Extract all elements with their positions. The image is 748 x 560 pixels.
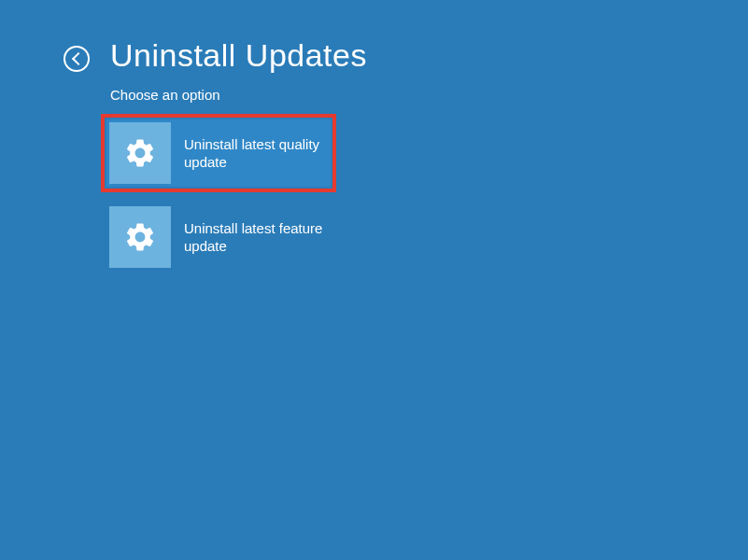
- page-header: Uninstall Updates: [0, 0, 748, 74]
- gear-icon: [123, 220, 157, 254]
- uninstall-feature-update-button[interactable]: Uninstall latest feature update: [106, 203, 331, 271]
- back-button[interactable]: [64, 46, 90, 72]
- page-subtitle: Choose an option: [0, 87, 748, 103]
- uninstall-quality-update-button[interactable]: Uninstall latest quality update: [106, 119, 331, 187]
- option-label: Uninstall latest quality update: [184, 135, 331, 172]
- page-title: Uninstall Updates: [110, 37, 367, 74]
- option-icon-box: [109, 206, 171, 268]
- option-icon-box: [109, 122, 171, 184]
- option-label: Uninstall latest feature update: [184, 219, 331, 256]
- back-arrow-icon: [71, 51, 84, 64]
- gear-icon: [123, 136, 157, 170]
